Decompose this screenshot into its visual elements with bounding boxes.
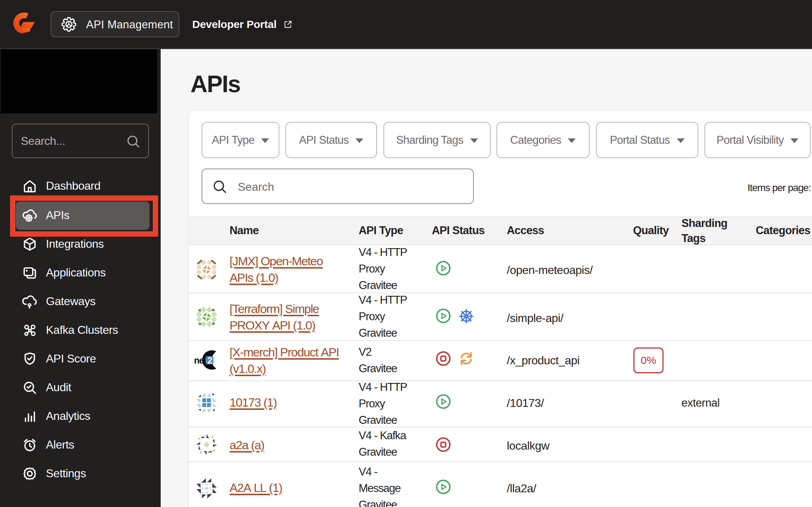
svg-text:ne: ne [194,355,204,365]
svg-text:2: 2 [207,355,212,366]
